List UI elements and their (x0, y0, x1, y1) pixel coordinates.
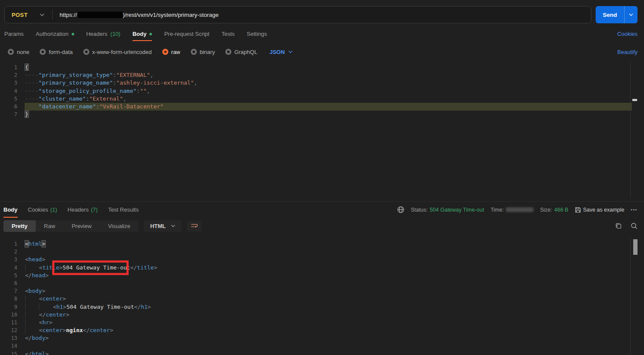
response-tab-headers[interactable]: Headers(7) (67, 202, 98, 218)
body-type-x-www-form-urlencoded[interactable]: x-www-form-urlencoded (83, 49, 152, 55)
code-line[interactable]: 4····"storage_policy_profile_name":"", (0, 87, 644, 95)
code-token-punc: </ (83, 327, 90, 333)
tab-settings[interactable]: Settings (247, 31, 267, 41)
tab-body[interactable]: Body (133, 31, 152, 41)
line-number: 5 (0, 272, 17, 279)
globe-icon[interactable] (397, 206, 404, 213)
tab-headers[interactable]: Headers(10) (86, 31, 120, 41)
code-line[interactable]: 12 <center>nginx</center> (0, 326, 644, 334)
code-token-punc: > (63, 295, 66, 302)
code-token-tag: head (32, 272, 45, 279)
wrap-lines-button[interactable] (187, 221, 202, 231)
send-options-button[interactable] (624, 6, 638, 23)
code-line[interactable]: 2 (0, 248, 644, 256)
code-token-brhl: } (25, 111, 28, 117)
response-body-editor[interactable]: 1<html>23<head>4 <title>504 Gateway Time… (0, 238, 644, 355)
cookies-link[interactable]: Cookies (617, 31, 638, 41)
language-selector[interactable]: JSON (269, 49, 292, 55)
body-type-form-data[interactable]: form-data (40, 49, 73, 55)
code-line[interactable]: 9 <h1>504 Gateway Time-out</h1> (0, 303, 644, 311)
tab-authorization[interactable]: Authorization (36, 31, 74, 41)
response-code-lines: 1<html>23<head>4 <title>504 Gateway Time… (0, 240, 644, 355)
code-line[interactable]: 14 (0, 342, 644, 350)
code-line[interactable]: 1<html> (0, 240, 644, 248)
view-pretty[interactable]: Pretty (3, 220, 36, 232)
body-type-none[interactable]: none (8, 49, 29, 55)
code-line[interactable]: 11 <hr> (0, 319, 644, 326)
search-response-button[interactable] (631, 222, 638, 229)
code-token-str: "ashley-iscci-external" (116, 79, 194, 86)
copy-response-button[interactable] (615, 222, 622, 229)
code-line[interactable]: 5····"cluster_name":"External", (0, 95, 644, 103)
code-token-punc: </ (130, 264, 137, 271)
code-line[interactable]: 3····"primary_storage_name":"ashley-iscc… (0, 79, 644, 87)
response-tab-cookies[interactable]: Cookies(1) (28, 202, 57, 218)
line-number: 13 (0, 334, 17, 342)
code-token-tag: center (42, 295, 63, 302)
time-badge[interactable]: Time: (490, 207, 534, 213)
size-badge[interactable]: Size: 466 B (540, 207, 568, 213)
send-button[interactable]: Send (596, 6, 624, 23)
more-actions-button[interactable]: ••• (631, 208, 638, 212)
tab-pre-request-script[interactable]: Pre-request Script (164, 31, 209, 41)
code-token-punc: < (25, 256, 28, 263)
line-number: 8 (0, 295, 17, 303)
code-line-content: <html> (25, 240, 632, 248)
code-line[interactable]: 7} (0, 111, 644, 118)
code-token-punc: </ (25, 351, 32, 355)
code-line[interactable]: 6 (0, 279, 644, 287)
radio-icon (83, 49, 89, 55)
code-token-ind (25, 304, 39, 310)
view-preview[interactable]: Preview (63, 220, 100, 232)
line-number: 12 (0, 326, 17, 334)
response-tab-body[interactable]: Body (3, 202, 18, 218)
code-line[interactable]: 8 <center> (0, 295, 644, 303)
code-line[interactable]: 15</html> (0, 350, 644, 355)
url-input[interactable]: https://)/rest/vxm/v1/system/primary-sto… (60, 12, 219, 18)
format-selector[interactable]: HTML (144, 220, 182, 232)
body-type-binary[interactable]: binary (191, 49, 215, 55)
view-raw[interactable]: Raw (36, 220, 63, 232)
response-editor-scroll-track[interactable] (630, 238, 638, 355)
response-tab-test-results[interactable]: Test Results (108, 202, 139, 218)
save-as-example-button[interactable]: Save as example (575, 207, 625, 213)
code-line-content: <title>504 Gateway Time-out</title> (25, 264, 632, 272)
code-line[interactable]: 2····"primary_storage_type":"EXTERNAL", (0, 71, 644, 79)
line-number: 1 (0, 240, 17, 248)
body-type-raw[interactable]: raw (162, 49, 180, 55)
code-line[interactable]: 10 </center> (0, 311, 644, 319)
code-token-tag: html (28, 241, 42, 247)
code-line[interactable]: 13</body> (0, 334, 644, 342)
beautify-link[interactable]: Beautify (617, 49, 638, 55)
code-token-key: "storage_policy_profile_name" (38, 88, 136, 94)
method-selector[interactable]: POST (5, 12, 52, 18)
line-number: 6 (0, 279, 17, 287)
code-line[interactable]: 1{ (0, 63, 644, 71)
authorization-status-dot (72, 33, 74, 35)
url-redaction (78, 12, 123, 18)
view-visualize[interactable]: Visualize (100, 220, 139, 232)
code-line[interactable]: 4 <title>504 Gateway Time-out</title> (0, 264, 644, 272)
code-line[interactable]: 7<body> (0, 287, 644, 295)
request-editor-overview-ruler[interactable] (630, 61, 638, 198)
line-number: 10 (0, 311, 17, 319)
code-line[interactable]: 6 "datacenter_name":"VxRail-Datacenter" (0, 103, 644, 111)
code-token-punc: < (39, 327, 42, 333)
code-token-punc: </ (25, 272, 32, 279)
code-line-content: <head> (25, 256, 632, 263)
tab-tests[interactable]: Tests (221, 31, 234, 41)
response-scrollbar-thumb[interactable] (633, 239, 638, 255)
code-token-punc: > (45, 335, 49, 341)
code-token-ind (25, 295, 39, 302)
code-token-punc: > (45, 351, 49, 355)
size-value: 466 B (554, 207, 568, 213)
code-line[interactable]: 3<head> (0, 256, 644, 263)
chevron-down-icon (629, 13, 633, 16)
code-line[interactable]: 5</head> (0, 272, 644, 279)
body-type-graphql[interactable]: GraphQL (225, 49, 257, 55)
status-badge[interactable]: Status: 504 Gateway Time-out (411, 207, 484, 213)
code-token-punc: > (42, 256, 45, 263)
request-body-editor[interactable]: 1{2····"primary_storage_type":"EXTERNAL"… (0, 61, 644, 198)
tab-params[interactable]: Params (4, 31, 24, 41)
response-headers-count: (7) (91, 206, 98, 213)
